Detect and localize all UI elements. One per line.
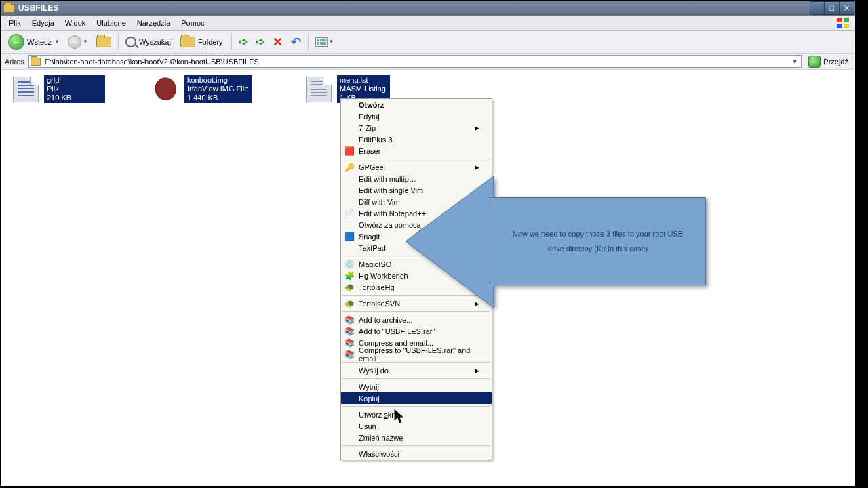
menu-item-label: Compress to "USBFILES.rar" and email <box>359 346 479 363</box>
context-menu-item[interactable]: Wyślij do▶ <box>341 365 492 376</box>
menu-item-label: TortoiseHg <box>359 283 395 291</box>
menu-edit[interactable]: Edycja <box>26 18 60 28</box>
menu-item-icon: 🐢 <box>344 281 355 293</box>
menu-bar: Plik Edycja Widok Ulubione Narzędzia Pom… <box>1 16 855 30</box>
context-menu-item[interactable]: Zmień nazwę <box>341 432 492 443</box>
go-arrow-icon: → <box>808 56 821 68</box>
menu-item-icon: 📚 <box>344 348 355 360</box>
minimize-button[interactable]: _ <box>810 1 825 15</box>
menu-item-icon: 🔑 <box>344 161 355 173</box>
dropdown-icon: ▼ <box>83 39 88 45</box>
menu-item-label: Wyślij do <box>359 367 389 375</box>
context-menu-item[interactable]: Otwórz <box>341 99 492 110</box>
windows-logo-icon <box>836 17 852 29</box>
menu-item-label: 7-Zip <box>359 124 376 132</box>
file-name: konboot.img <box>187 76 248 85</box>
delete-button[interactable]: ✕ <box>269 33 286 52</box>
menu-item-label: Edytuj <box>359 113 380 121</box>
go-label: Przejdź <box>823 58 848 66</box>
menu-item-label: Add to archive... <box>359 316 413 324</box>
titlebar[interactable]: USBFILES <box>1 1 855 16</box>
folder-icon <box>3 4 14 13</box>
menu-item-icon: 📚 <box>344 337 355 348</box>
views-button[interactable]: ▼ <box>312 33 338 52</box>
context-menu-item[interactable]: 📚Compress to "USBFILES.rar" and email <box>341 348 492 360</box>
menu-view[interactable]: Widok <box>60 18 92 28</box>
folders-button[interactable]: Foldery <box>177 33 228 52</box>
dropdown-icon: ▼ <box>329 39 334 45</box>
context-menu-item[interactable]: Edytuj <box>341 110 492 122</box>
window-controls: _ □ ✕ <box>810 1 854 15</box>
address-input[interactable] <box>43 56 791 67</box>
nav-toolbar: ← Wstecz ▼ → ▼ Wyszukaj Foldery ➪ ➪ ✕ ↶ … <box>1 30 855 54</box>
address-bar: Adres ▼ → Przejdź <box>1 54 855 70</box>
file-item[interactable]: konboot.img IrfanView IMG File 1 440 KB <box>153 75 252 103</box>
folder-icon <box>31 58 41 66</box>
dropdown-icon[interactable]: ▼ <box>790 58 800 65</box>
menu-item-icon: 🐢 <box>344 298 355 309</box>
text-file-icon <box>306 77 332 102</box>
context-menu-item[interactable]: Usuń <box>341 420 492 432</box>
callout-text: Now we need to copy those 3 files to you… <box>504 226 692 256</box>
menu-item-label: GPGee <box>359 163 384 171</box>
submenu-arrow-icon: ▶ <box>475 125 479 131</box>
address-field[interactable]: ▼ <box>28 55 802 68</box>
menu-item-label: Zmień nazwę <box>359 434 403 442</box>
menu-item-icon: 🧩 <box>344 270 355 281</box>
menu-item-icon: 💿 <box>344 258 355 270</box>
back-button[interactable]: ← Wstecz ▼ <box>5 33 63 52</box>
go-button[interactable]: → Przejdź <box>806 56 851 68</box>
menu-item-icon: 📚 <box>344 314 355 325</box>
menu-file[interactable]: Plik <box>3 18 26 28</box>
views-icon <box>315 37 328 47</box>
move-icon: ➪ <box>239 35 248 48</box>
back-arrow-icon: ← <box>8 34 24 50</box>
undo-button[interactable]: ↶ <box>288 33 304 52</box>
menu-item-icon: 📄 <box>344 207 355 219</box>
context-menu-item[interactable]: Utwórz skrót <box>341 409 492 420</box>
address-label: Adres <box>5 58 24 66</box>
context-menu-item[interactable]: Wytnij <box>341 381 492 392</box>
file-type: Plik <box>47 85 101 94</box>
delete-icon: ✕ <box>273 35 283 49</box>
menu-help[interactable]: Pomoc <box>176 18 210 28</box>
submenu-arrow-icon: ▶ <box>475 367 479 374</box>
menu-item-label: TortoiseSVN <box>359 300 400 308</box>
context-menu-item[interactable]: EditPlus 3 <box>341 134 492 145</box>
copy-icon: ➪ <box>256 35 264 48</box>
menu-item-label: Właściwości <box>359 450 399 458</box>
forward-button[interactable]: → ▼ <box>64 33 92 52</box>
file-list[interactable]: grldr Plik 210 KB konboot.img IrfanView … <box>1 70 855 486</box>
mouse-cursor <box>394 409 406 425</box>
undo-icon: ↶ <box>291 35 301 49</box>
close-button[interactable]: ✕ <box>840 1 854 15</box>
folders-icon <box>180 37 195 47</box>
copy-to-button[interactable]: ➪ <box>252 33 268 52</box>
menu-item-label: Snagit <box>359 232 380 241</box>
file-item[interactable]: grldr Plik 210 KB <box>13 75 105 103</box>
context-menu-item[interactable]: 7-Zip▶ <box>341 122 492 134</box>
context-menu-item[interactable]: Kopiuj <box>341 392 492 404</box>
menu-favorites[interactable]: Ulubione <box>91 18 131 28</box>
back-label: Wstecz <box>27 38 52 46</box>
up-button[interactable] <box>93 33 115 52</box>
search-button[interactable]: Wyszukaj <box>122 33 176 52</box>
menu-item-label: Hg Workbench <box>359 272 408 280</box>
context-menu-item[interactable]: Właściwości <box>341 448 492 460</box>
maximize-button[interactable]: □ <box>825 1 840 15</box>
context-menu-item[interactable]: 🟥Eraser <box>341 145 492 157</box>
menu-item-label: TextPad <box>359 244 386 252</box>
file-name: menu.lst <box>340 76 386 85</box>
move-to-button[interactable]: ➪ <box>235 33 251 52</box>
file-type: IrfanView IMG File <box>187 85 248 94</box>
menu-item-icon: 🟥 <box>344 145 355 157</box>
menu-item-label: Eraser <box>359 147 380 155</box>
menu-item-icon: 📚 <box>344 325 355 337</box>
menu-item-label: Kopiuj <box>359 394 380 403</box>
explorer-window: USBFILES Plik Edycja Widok Ulubione Narz… <box>0 0 856 487</box>
menu-tools[interactable]: Narzędzia <box>132 18 176 28</box>
menu-item-label: Usuń <box>359 422 376 430</box>
menu-item-icon: 🟦 <box>344 230 355 242</box>
img-file-icon <box>153 77 179 102</box>
search-label: Wyszukaj <box>139 38 171 46</box>
